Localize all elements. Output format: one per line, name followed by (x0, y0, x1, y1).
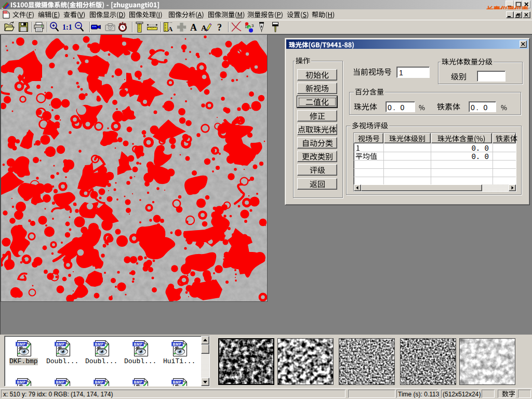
svg-text:1: 1 (245, 24, 247, 29)
svg-text:?: ? (217, 22, 222, 33)
svg-text:BMP: BMP (56, 380, 65, 384)
svg-text:BMP: BMP (95, 380, 104, 384)
svg-text:A: A (201, 24, 207, 32)
svg-text:A: A (190, 22, 197, 33)
svg-text:A: A (168, 25, 173, 33)
svg-text:a: a (248, 25, 250, 30)
svg-text:BMP: BMP (134, 380, 143, 384)
svg-text:DOC: DOC (4, 11, 9, 14)
svg-text:BMP: BMP (173, 342, 182, 346)
svg-text:1:1: 1:1 (62, 23, 72, 31)
svg-text:BMP: BMP (17, 380, 26, 384)
svg-text:BMP: BMP (17, 342, 26, 346)
svg-text:BMP: BMP (134, 342, 143, 346)
svg-text:3: 3 (251, 23, 254, 28)
svg-text:BMP: BMP (56, 342, 65, 346)
svg-text:BMP: BMP (173, 380, 182, 384)
svg-text:BMP: BMP (95, 342, 104, 346)
